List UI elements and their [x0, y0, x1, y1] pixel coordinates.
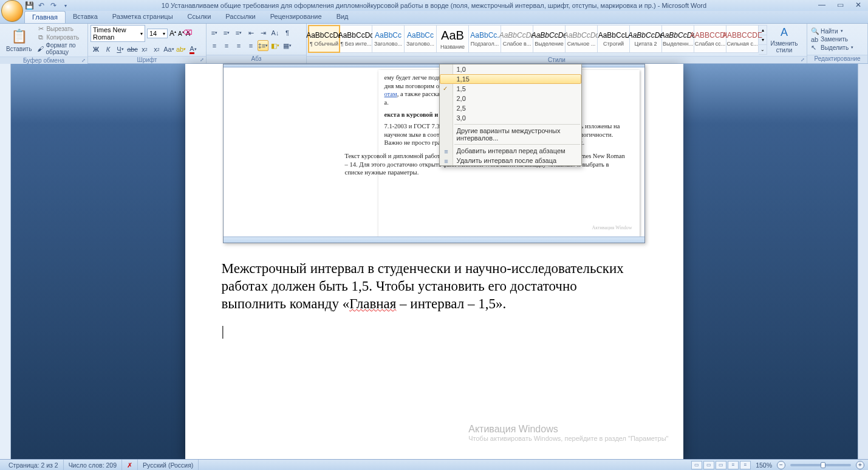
change-styles-button[interactable]: A Изменить стили: [767, 25, 801, 55]
office-button[interactable]: [1, 0, 23, 22]
zoom-out-button[interactable]: −: [777, 461, 785, 469]
spacing-other-options[interactable]: Другие варианты междустрочных интервалов…: [440, 126, 581, 143]
dialog-launcher-icon[interactable]: ⤢: [199, 57, 205, 63]
italic-button[interactable]: К: [103, 44, 114, 55]
vertical-ruler[interactable]: [0, 64, 11, 459]
line-spacing-button[interactable]: ‡≡▾: [258, 40, 268, 51]
replace-button[interactable]: abЗаменить: [811, 36, 864, 43]
style-item[interactable]: AaBbCcDcВыделение: [533, 25, 566, 53]
dialog-launcher-icon[interactable]: ⤢: [80, 58, 86, 64]
view-print-layout-button[interactable]: ▭: [691, 461, 702, 469]
remove-space-after[interactable]: ≡Удалить интервал после абзаца: [440, 156, 581, 165]
highlight-button[interactable]: ab▾: [176, 44, 186, 55]
status-proofing[interactable]: ✗: [122, 460, 138, 470]
superscript-button[interactable]: x2: [151, 44, 162, 55]
tab-page-layout[interactable]: Разметка страницы: [105, 11, 180, 23]
justify-button[interactable]: ≡: [245, 40, 256, 51]
copy-button[interactable]: ⧉Копировать: [35, 33, 85, 41]
font-size-combo[interactable]: 14▾: [147, 29, 168, 38]
style-item[interactable]: AaBbCcDc¶ Без инте...: [340, 25, 372, 53]
style-item[interactable]: AaBbCcDc¶ Обычный: [308, 25, 340, 53]
align-left-button[interactable]: ≡: [209, 40, 220, 51]
style-name-label: Заголово...: [406, 41, 434, 47]
align-right-button[interactable]: ≡: [233, 40, 244, 51]
status-language[interactable]: Русский (Россия): [138, 460, 199, 470]
cut-button[interactable]: ✂Вырезать: [35, 25, 85, 33]
view-outline-button[interactable]: ≡: [728, 461, 739, 469]
strike-button[interactable]: abc: [127, 44, 138, 55]
text-cursor-line[interactable]: |: [222, 323, 683, 339]
search-icon: 🔍: [811, 27, 818, 35]
bold-button[interactable]: Ж: [91, 44, 101, 55]
style-item[interactable]: AaBbCcDcСлабое в...: [501, 25, 533, 53]
style-name-label: Название: [440, 44, 465, 50]
indent-button[interactable]: ⇥: [258, 27, 268, 38]
save-icon[interactable]: 💾: [24, 1, 34, 10]
paste-button[interactable]: 📋 Вставить: [2, 25, 35, 55]
style-item[interactable]: AaBbCc.Подзагол...: [469, 25, 501, 53]
clear-format-button[interactable]: A⌫: [186, 30, 190, 37]
spacing-option-1.15[interactable]: 1,15: [440, 74, 581, 84]
styles-gallery[interactable]: AaBbCcDc¶ ОбычныйAaBbCcDc¶ Без инте...Aa…: [308, 25, 759, 55]
redo-icon[interactable]: ↷: [49, 1, 58, 10]
status-page[interactable]: Страница: 2 из 2: [4, 460, 64, 470]
grow-font-button[interactable]: A▴: [169, 29, 176, 38]
shading-button[interactable]: ◧▾: [270, 40, 281, 51]
tab-references[interactable]: Ссылки: [180, 11, 219, 23]
multilevel-button[interactable]: ≡▾: [233, 27, 244, 38]
borders-button[interactable]: ▦▾: [282, 40, 293, 51]
style-item[interactable]: AaBbCcЗаголово...: [372, 25, 405, 53]
tab-home[interactable]: Главная: [24, 11, 66, 23]
view-draft-button[interactable]: ≡: [740, 461, 751, 469]
style-item[interactable]: AABBCCDEСильная с...: [726, 25, 759, 53]
tab-view[interactable]: Вид: [329, 11, 356, 23]
undo-icon[interactable]: ↶: [36, 1, 46, 10]
gallery-up-button[interactable]: ▴: [759, 26, 767, 35]
show-marks-button[interactable]: ¶: [282, 27, 293, 38]
case-button[interactable]: Aa▾: [163, 44, 174, 55]
numbering-button[interactable]: ≡▾: [221, 27, 232, 38]
sort-button[interactable]: A↓: [270, 27, 281, 38]
underline-button[interactable]: Ч▾: [115, 44, 126, 55]
find-button[interactable]: 🔍Найти▾: [811, 27, 864, 35]
view-web-button[interactable]: ▭: [716, 461, 726, 469]
style-item[interactable]: AaBbCcDcЦитата 2: [630, 25, 662, 53]
close-button[interactable]: ✕: [851, 1, 866, 9]
tab-mailings[interactable]: Рассылки: [218, 11, 262, 23]
format-painter-button[interactable]: 🖌Формат по образцу: [35, 42, 85, 55]
spacing-option-3.0[interactable]: 3,0: [440, 113, 581, 123]
view-reading-button[interactable]: ▭: [703, 461, 714, 469]
bullets-button[interactable]: ≡▾: [209, 27, 220, 38]
tab-review[interactable]: Рецензирование: [263, 11, 329, 23]
zoom-slider[interactable]: [790, 464, 851, 466]
add-space-before[interactable]: ≡Добавить интервал перед абзацем: [440, 146, 581, 156]
style-item[interactable]: AaBbCcLСтрогий: [598, 25, 630, 53]
gallery-more-button[interactable]: ⌄: [759, 45, 767, 54]
subscript-button[interactable]: x2: [139, 44, 150, 55]
status-words[interactable]: Число слов: 209: [64, 460, 122, 470]
font-color-button[interactable]: A▾: [188, 44, 199, 55]
spacing-option-1.0[interactable]: 1,0: [440, 64, 581, 74]
replace-icon: ab: [811, 36, 818, 43]
spacing-option-1.5[interactable]: ✓1,5: [440, 84, 581, 94]
zoom-in-button[interactable]: +: [856, 461, 864, 469]
align-center-button[interactable]: ≡: [221, 40, 232, 51]
spacing-option-2.0[interactable]: 2,0: [440, 94, 581, 103]
minimize-button[interactable]: —: [815, 1, 829, 9]
tab-insert[interactable]: Вставка: [66, 11, 105, 23]
document-paragraph[interactable]: Межстрочный интервал в студенчески и нау…: [222, 260, 641, 313]
font-name-combo[interactable]: Times New Roman▾: [91, 25, 145, 42]
gallery-down-button[interactable]: ▾: [759, 35, 767, 45]
select-button[interactable]: ↖Выделить▾: [811, 44, 864, 52]
vertical-scrollbar[interactable]: [858, 64, 868, 459]
dialog-launcher-icon[interactable]: ⤢: [799, 57, 805, 63]
style-item[interactable]: AaBbCcDcСильное ...: [566, 25, 598, 53]
style-item[interactable]: AaBbCcЗаголово...: [405, 25, 437, 53]
maximize-button[interactable]: ▭: [833, 1, 847, 9]
style-item[interactable]: AaBНазвание: [437, 25, 469, 53]
qat-customize-icon[interactable]: ▾: [61, 1, 70, 10]
zoom-level[interactable]: 150%: [752, 461, 776, 469]
style-preview: AaBbCcDc: [628, 31, 664, 40]
spacing-option-2.5[interactable]: 2,5: [440, 103, 581, 113]
outdent-button[interactable]: ⇤: [245, 27, 256, 38]
